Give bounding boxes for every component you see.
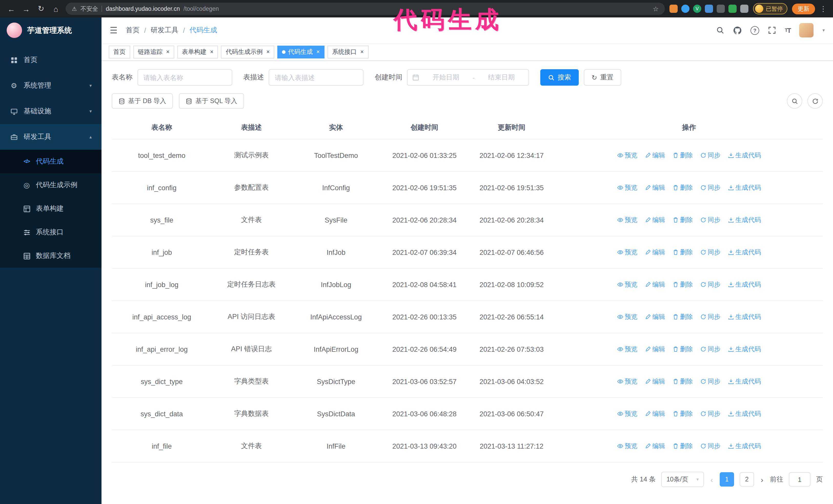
delete-link[interactable]: 删除: [672, 377, 693, 386]
close-icon[interactable]: ×: [166, 49, 169, 55]
sidebar-item-home[interactable]: 首页: [0, 47, 101, 73]
search-button[interactable]: 搜索: [540, 69, 579, 86]
preview-link[interactable]: 预览: [617, 377, 638, 386]
sidebar-subitem-db-doc[interactable]: 数据库文档: [0, 244, 101, 268]
import-sql-button[interactable]: 基于 SQL 导入: [179, 93, 244, 109]
browser-menu-icon[interactable]: ⋮: [820, 5, 827, 13]
breadcrumb-dev-tools[interactable]: 研发工具: [151, 26, 178, 35]
page-button-1[interactable]: 1: [720, 472, 734, 486]
generate-code-link[interactable]: 生成代码: [728, 151, 761, 160]
tab-home[interactable]: 首页: [109, 45, 130, 58]
edit-link[interactable]: 编辑: [645, 409, 665, 418]
browser-home-icon[interactable]: ⌂: [51, 4, 61, 13]
delete-link[interactable]: 删除: [672, 280, 693, 289]
tab-trace[interactable]: 链路追踪 ×: [133, 45, 174, 58]
help-icon[interactable]: ?: [751, 26, 759, 34]
generate-code-link[interactable]: 生成代码: [728, 377, 761, 386]
delete-link[interactable]: 删除: [672, 183, 693, 192]
preview-link[interactable]: 预览: [617, 409, 638, 418]
edit-link[interactable]: 编辑: [645, 151, 665, 160]
extension-icon-3[interactable]: V: [693, 5, 701, 13]
extension-icon-5[interactable]: [717, 5, 725, 13]
edit-link[interactable]: 编辑: [645, 312, 665, 321]
sidebar-item-infrastructure[interactable]: 基础设施 ▾: [0, 98, 101, 124]
sync-link[interactable]: 同步: [700, 345, 720, 354]
font-size-icon[interactable]: TT: [785, 26, 791, 34]
extension-icon-2[interactable]: [681, 5, 689, 13]
edit-link[interactable]: 编辑: [645, 280, 665, 289]
edit-link[interactable]: 编辑: [645, 248, 665, 257]
user-menu-caret-icon[interactable]: ▾: [823, 28, 825, 33]
page-size-select[interactable]: 10条/页 ▾: [661, 472, 704, 487]
update-button[interactable]: 更新: [792, 3, 815, 14]
user-avatar[interactable]: [800, 23, 814, 38]
preview-link[interactable]: 预览: [617, 216, 638, 224]
extension-icon-6[interactable]: [729, 5, 737, 13]
generate-code-link[interactable]: 生成代码: [728, 216, 761, 224]
sync-link[interactable]: 同步: [700, 377, 720, 386]
edit-link[interactable]: 编辑: [645, 183, 665, 192]
sync-link[interactable]: 同步: [700, 216, 720, 224]
import-db-button[interactable]: 基于 DB 导入: [112, 93, 173, 109]
reset-button[interactable]: ↻ 重置: [584, 69, 621, 86]
tab-codegen[interactable]: 代码生成 ×: [277, 45, 324, 58]
generate-code-link[interactable]: 生成代码: [728, 345, 761, 354]
sync-link[interactable]: 同步: [700, 280, 720, 289]
edit-link[interactable]: 编辑: [645, 377, 665, 386]
preview-link[interactable]: 预览: [617, 280, 638, 289]
goto-page-input[interactable]: [789, 472, 810, 486]
preview-link[interactable]: 预览: [617, 248, 638, 257]
generate-code-link[interactable]: 生成代码: [728, 312, 761, 321]
close-icon[interactable]: ×: [210, 49, 213, 55]
browser-reload-icon[interactable]: ↻: [36, 4, 46, 13]
sidebar-subitem-codegen-example[interactable]: ◎ 代码生成示例: [0, 173, 101, 197]
sync-paused-chip[interactable]: 已暂停: [753, 3, 787, 14]
fullscreen-icon[interactable]: [768, 26, 776, 34]
tab-system-api[interactable]: 系统接口 ×: [328, 45, 368, 58]
sync-link[interactable]: 同步: [700, 151, 720, 160]
sidebar-toggle-icon[interactable]: ☰: [110, 25, 118, 35]
delete-link[interactable]: 删除: [672, 409, 693, 418]
generate-code-link[interactable]: 生成代码: [728, 442, 761, 450]
sync-link[interactable]: 同步: [700, 409, 720, 418]
delete-link[interactable]: 删除: [672, 248, 693, 257]
sidebar-subitem-codegen[interactable]: </> 代码生成: [0, 150, 101, 173]
bookmark-star-icon[interactable]: ☆: [653, 5, 659, 13]
delete-link[interactable]: 删除: [672, 345, 693, 354]
close-icon[interactable]: ×: [360, 49, 364, 55]
delete-link[interactable]: 删除: [672, 151, 693, 160]
generate-code-link[interactable]: 生成代码: [728, 248, 761, 257]
delete-link[interactable]: 删除: [672, 442, 693, 450]
search-toggle-button[interactable]: [787, 93, 802, 109]
breadcrumb-home[interactable]: 首页: [126, 26, 140, 35]
table-name-input[interactable]: [137, 69, 232, 86]
next-page-button[interactable]: ›: [760, 475, 764, 484]
extensions-puzzle-icon[interactable]: [740, 5, 748, 13]
prev-page-button[interactable]: ‹: [710, 475, 714, 484]
browser-forward-icon[interactable]: →: [21, 4, 31, 13]
table-desc-input[interactable]: [269, 69, 363, 86]
preview-link[interactable]: 预览: [617, 151, 638, 160]
edit-link[interactable]: 编辑: [645, 442, 665, 450]
sync-link[interactable]: 同步: [700, 183, 720, 192]
sync-link[interactable]: 同步: [700, 442, 720, 450]
close-icon[interactable]: ×: [266, 49, 270, 55]
close-icon[interactable]: ×: [316, 49, 319, 55]
search-icon[interactable]: [716, 26, 724, 34]
preview-link[interactable]: 预览: [617, 312, 638, 321]
delete-link[interactable]: 删除: [672, 216, 693, 224]
preview-link[interactable]: 预览: [617, 442, 638, 450]
sidebar-subitem-form-builder[interactable]: 表单构建: [0, 197, 101, 220]
edit-link[interactable]: 编辑: [645, 216, 665, 224]
extension-icon-1[interactable]: [669, 5, 678, 13]
delete-link[interactable]: 删除: [672, 312, 693, 321]
generate-code-link[interactable]: 生成代码: [728, 409, 761, 418]
tab-codegen-example[interactable]: 代码生成示例 ×: [221, 45, 274, 58]
browser-back-icon[interactable]: ←: [6, 4, 17, 13]
sidebar-item-system-mgmt[interactable]: ⚙ 系统管理 ▾: [0, 73, 101, 98]
tab-form-builder[interactable]: 表单构建 ×: [177, 45, 218, 58]
extension-icon-4[interactable]: [705, 5, 713, 13]
generate-code-link[interactable]: 生成代码: [728, 183, 761, 192]
preview-link[interactable]: 预览: [617, 345, 638, 354]
sidebar-item-dev-tools[interactable]: 研发工具 ▴: [0, 124, 101, 150]
